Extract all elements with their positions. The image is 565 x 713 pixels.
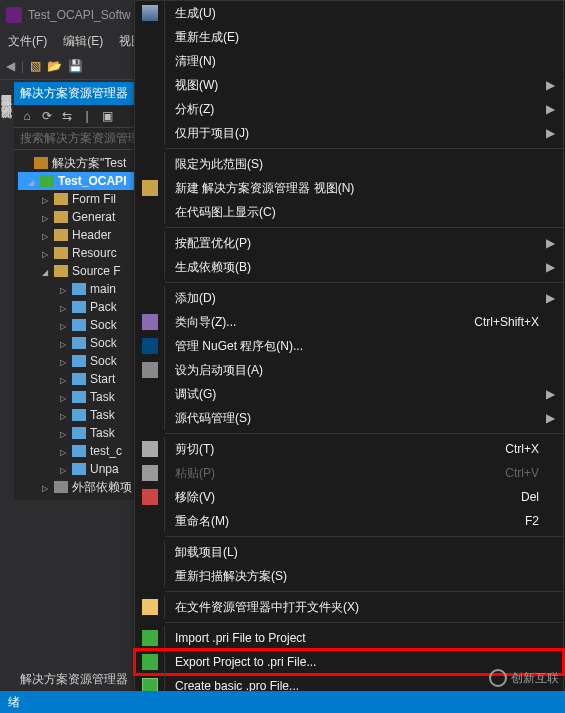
separator: | — [21, 59, 24, 73]
tree-src-item[interactable]: Unpa — [18, 460, 134, 478]
menu-manage-nuget[interactable]: 管理 NuGet 程序包(N)... — [135, 334, 563, 358]
menu-debug[interactable]: 调试(G)▶ — [135, 382, 563, 406]
menu-clean[interactable]: 清理(N) — [135, 49, 563, 73]
tree-src-item[interactable]: Start — [18, 370, 134, 388]
sync-icon[interactable]: ⇆ — [60, 109, 74, 123]
menu-remove[interactable]: 移除(V)Del — [135, 485, 563, 509]
submenu-arrow-icon: ▶ — [546, 78, 555, 92]
menu-profile-opt[interactable]: 按配置优化(P)▶ — [135, 231, 563, 255]
menu-cut[interactable]: 剪切(T)Ctrl+X — [135, 437, 563, 461]
tree-source[interactable]: Source F — [18, 262, 134, 280]
tree-src-item[interactable]: Sock — [18, 352, 134, 370]
submenu-arrow-icon: ▶ — [546, 102, 555, 116]
panel-header[interactable]: 解决方案资源管理器 — [14, 82, 134, 105]
new-view-icon — [142, 180, 158, 196]
submenu-arrow-icon: ▶ — [546, 411, 555, 425]
tree-ext[interactable]: 外部依赖项 — [18, 478, 134, 496]
tree-src-item[interactable]: Task — [18, 406, 134, 424]
menu-separator — [165, 591, 563, 592]
menu-paste: 粘贴(P)Ctrl+V — [135, 461, 563, 485]
menu-separator — [165, 622, 563, 623]
menu-import-pri[interactable]: Import .pri File to Project — [135, 626, 563, 650]
menu-edit[interactable]: 编辑(E) — [55, 30, 111, 53]
import-icon — [142, 630, 158, 646]
submenu-arrow-icon: ▶ — [546, 236, 555, 250]
solution-explorer: 解决方案资源管理器 ⌂ ⟳ ⇆ | ▣ 搜索解决方案资源管理器 解决方案"Tes… — [14, 82, 134, 500]
folder-icon — [142, 599, 158, 615]
watermark-text: 创新互联 — [511, 670, 559, 687]
tree-item[interactable]: Form Fil — [18, 190, 134, 208]
solution-tree[interactable]: 解决方案"Test Test_OCAPI Form Fil Generat He… — [14, 150, 134, 500]
tree-src-item[interactable]: test_c — [18, 442, 134, 460]
menu-scope[interactable]: 限定为此范围(S) — [135, 152, 563, 176]
tree-solution[interactable]: 解决方案"Test — [18, 154, 134, 172]
panel-footer-tab[interactable]: 解决方案资源管理器 — [14, 668, 134, 691]
tree-src-item[interactable]: main — [18, 280, 134, 298]
panel-toolbar: ⌂ ⟳ ⇆ | ▣ — [14, 105, 134, 128]
nav-back-icon[interactable]: ◀ — [6, 59, 15, 73]
tree-item[interactable]: Resourc — [18, 244, 134, 262]
paste-icon — [142, 465, 158, 481]
menu-unload[interactable]: 卸载项目(L) — [135, 540, 563, 564]
menu-separator — [165, 536, 563, 537]
status-bar: 绪 — [0, 691, 565, 713]
panel-title: 解决方案资源管理器 — [20, 85, 128, 102]
startup-icon — [142, 362, 158, 378]
menu-separator — [165, 227, 563, 228]
export-icon — [142, 654, 158, 670]
menu-new-explorer[interactable]: 新建 解决方案资源管理器 视图(N) — [135, 176, 563, 200]
refresh-icon[interactable]: ⟳ — [40, 109, 54, 123]
window-title: Test_OCAPI_Softw — [28, 8, 131, 22]
side-tabs[interactable]: 团队资源管理器 类视图 资源视图 — [0, 82, 14, 642]
menu-view[interactable]: 视图(W)▶ — [135, 73, 563, 97]
menu-separator — [165, 148, 563, 149]
tree-src-item[interactable]: Pack — [18, 298, 134, 316]
tree-src-item[interactable]: Task — [18, 424, 134, 442]
menu-set-startup[interactable]: 设为启动项目(A) — [135, 358, 563, 382]
nuget-icon — [142, 338, 158, 354]
home-icon[interactable]: ⌂ — [20, 109, 34, 123]
collapse-icon[interactable]: ▣ — [100, 109, 114, 123]
search-input[interactable]: 搜索解决方案资源管理器 — [14, 128, 134, 150]
menu-separator — [165, 433, 563, 434]
menu-file[interactable]: 文件(F) — [0, 30, 55, 53]
menu-build-deps[interactable]: 生成依赖项(B)▶ — [135, 255, 563, 279]
submenu-arrow-icon: ▶ — [546, 387, 555, 401]
watermark: 创新互联 — [489, 669, 559, 687]
menu-source-control[interactable]: 源代码管理(S)▶ — [135, 406, 563, 430]
tree-src-item[interactable]: Task — [18, 388, 134, 406]
wizard-icon — [142, 314, 158, 330]
submenu-arrow-icon: ▶ — [546, 291, 555, 305]
delete-icon — [142, 489, 158, 505]
menu-analyze[interactable]: 分析(Z)▶ — [135, 97, 563, 121]
watermark-icon — [489, 669, 507, 687]
build-icon — [142, 5, 158, 21]
status-text: 绪 — [8, 694, 20, 711]
menu-rename[interactable]: 重命名(M)F2 — [135, 509, 563, 533]
menu-add[interactable]: 添加(D)▶ — [135, 286, 563, 310]
tree-item[interactable]: Generat — [18, 208, 134, 226]
menu-separator — [165, 282, 563, 283]
menu-open-explorer[interactable]: 在文件资源管理器中打开文件夹(X) — [135, 595, 563, 619]
menu-show-codemap[interactable]: 在代码图上显示(C) — [135, 200, 563, 224]
tree-src-item[interactable]: Sock — [18, 334, 134, 352]
new-project-icon[interactable]: ▧ — [30, 59, 41, 73]
tree-item[interactable]: Header — [18, 226, 134, 244]
tree-project[interactable]: Test_OCAPI — [18, 172, 134, 190]
menu-build[interactable]: 生成(U) — [135, 1, 563, 25]
open-icon[interactable]: 📂 — [47, 59, 62, 73]
tree-src-item[interactable]: Sock — [18, 316, 134, 334]
menu-rebuild[interactable]: 重新生成(E) — [135, 25, 563, 49]
vs-logo-icon — [6, 7, 22, 23]
submenu-arrow-icon: ▶ — [546, 260, 555, 274]
cut-icon — [142, 441, 158, 457]
submenu-arrow-icon: ▶ — [546, 126, 555, 140]
menu-project-only[interactable]: 仅用于项目(J)▶ — [135, 121, 563, 145]
context-menu: 生成(U) 重新生成(E) 清理(N) 视图(W)▶ 分析(Z)▶ 仅用于项目(… — [134, 0, 564, 713]
save-icon[interactable]: 💾 — [68, 59, 83, 73]
menu-class-wizard[interactable]: 类向导(Z)...Ctrl+Shift+X — [135, 310, 563, 334]
menu-rescan[interactable]: 重新扫描解决方案(S) — [135, 564, 563, 588]
